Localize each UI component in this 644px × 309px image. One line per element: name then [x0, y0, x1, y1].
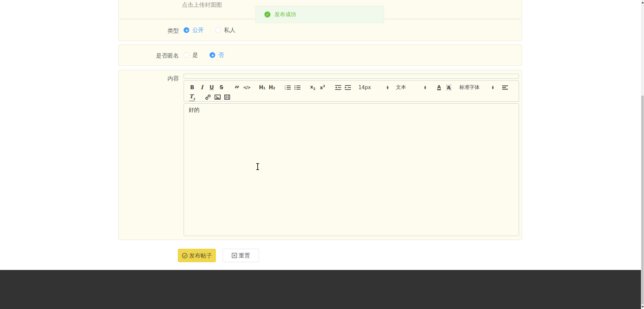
success-toast: ✓ 发布成功 [255, 6, 384, 23]
font-size-picker[interactable]: 14px ▲▼ [358, 84, 388, 91]
toast-message: 发布成功 [275, 11, 296, 18]
editor-toolbar: B I U S ” </> H₁ H₂ 123 [184, 80, 519, 102]
check-glyph: ✓ [266, 12, 269, 17]
updown-arrows-icon: ▲▼ [387, 85, 388, 90]
updown-arrows-icon: ▲▼ [424, 85, 426, 90]
header-1-icon[interactable]: H₁ [257, 83, 267, 92]
strike-icon[interactable]: S [217, 83, 226, 92]
cover-upload-area[interactable]: 点击上传封面图 [182, 1, 222, 9]
page-footer [0, 270, 644, 309]
bold-icon[interactable]: B [187, 83, 197, 92]
italic-icon[interactable]: I [197, 83, 207, 92]
code-block-icon[interactable]: </> [242, 83, 252, 92]
bullet-list-icon[interactable] [292, 83, 302, 92]
radio-unchecked-icon[interactable] [184, 52, 189, 58]
scroll-up-arrow-icon[interactable] [641, 2, 644, 3]
outdent-icon[interactable] [333, 83, 343, 92]
anonymous-radio-group: 是 否 [184, 51, 224, 59]
subscript-icon[interactable]: x2 [308, 83, 318, 92]
video-icon[interactable] [222, 93, 232, 102]
image-icon[interactable] [213, 93, 222, 102]
font-family-picker[interactable]: 标准字体 ▲▼ [459, 84, 494, 91]
editor-top-strip [184, 74, 519, 79]
link-icon[interactable] [203, 93, 213, 102]
success-check-icon: ✓ [264, 11, 270, 18]
radio-checked-icon[interactable] [210, 52, 215, 58]
box-x-icon [232, 253, 237, 258]
radio-option-public[interactable]: 公开 [184, 26, 204, 34]
paragraph-style-picker[interactable]: 文本 ▲▼ [396, 84, 426, 91]
publish-post-page: 点击上传封面图 ✓ 发布成功 类型 公开 私人 是否匿名 是 否 内容 [0, 0, 644, 309]
radio-label-yes[interactable]: 是 [192, 51, 198, 59]
text-color-icon[interactable]: A [434, 83, 444, 92]
content-label: 内容 [118, 75, 179, 82]
svg-text:3: 3 [285, 88, 286, 90]
scrollbar-thumb[interactable] [641, 96, 644, 304]
clean-format-icon[interactable]: Tx [187, 93, 197, 102]
blockquote-icon[interactable]: ” [232, 83, 242, 92]
indent-icon[interactable] [343, 83, 353, 92]
scroll-down-arrow-icon[interactable] [641, 306, 644, 308]
ibeam-cursor [256, 163, 259, 170]
publish-post-label: 发布帖子 [189, 252, 212, 260]
radio-option-no[interactable]: 否 [210, 51, 224, 59]
type-radio-group: 公开 私人 [184, 26, 235, 34]
editor-text: 好的 [189, 107, 199, 114]
vertical-scrollbar[interactable] [641, 0, 644, 309]
header-2-icon[interactable]: H₂ [267, 83, 277, 92]
radio-label-no[interactable]: 否 [218, 51, 224, 59]
paragraph-style-value: 文本 [396, 84, 406, 91]
type-label: 类型 [118, 27, 179, 35]
editor-content-area[interactable]: 好的 [184, 103, 519, 236]
anonymous-label: 是否匿名 [118, 52, 179, 60]
radio-checked-icon[interactable] [184, 27, 189, 33]
radio-option-yes[interactable]: 是 [184, 51, 198, 59]
reset-label: 重置 [239, 252, 250, 260]
background-color-icon[interactable]: A [444, 83, 454, 92]
radio-label-private[interactable]: 私人 [224, 26, 235, 34]
reset-button[interactable]: 重置 [223, 249, 259, 262]
toolbar-row-1: B I U S ” </> H₁ H₂ 123 [187, 82, 516, 92]
superscript-icon[interactable]: x2 [318, 83, 327, 92]
circle-check-icon [182, 253, 188, 259]
radio-unchecked-icon[interactable] [215, 27, 221, 33]
radio-option-private[interactable]: 私人 [215, 26, 235, 34]
publish-post-button[interactable]: 发布帖子 [178, 249, 216, 262]
updown-arrows-icon: ▲▼ [492, 85, 494, 90]
radio-label-public[interactable]: 公开 [192, 26, 204, 34]
underline-icon[interactable]: U [207, 83, 217, 92]
ordered-list-icon[interactable]: 123 [283, 83, 292, 92]
align-icon[interactable] [501, 83, 510, 92]
font-family-value: 标准字体 [459, 84, 480, 91]
font-size-value: 14px [358, 84, 371, 91]
